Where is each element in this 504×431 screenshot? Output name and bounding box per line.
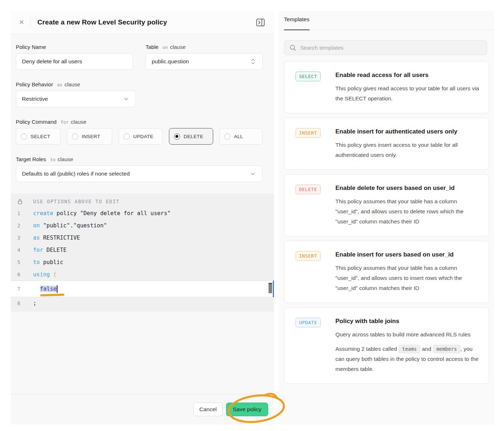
command-badge: INSERT <box>295 128 321 138</box>
sql-editor-line: 5 to public <box>11 256 274 268</box>
sql-editor-line: 8 ; <box>11 297 274 309</box>
badge-column: SELECT <box>295 72 329 104</box>
policy-name-input[interactable] <box>22 54 127 69</box>
table-clause-word: clause <box>170 44 185 50</box>
template-card[interactable]: INSERT Enable insert for users based on … <box>284 241 489 303</box>
command-badge: DELETE <box>295 185 321 194</box>
templates-panel: Templates SELECT Enable read access for … <box>279 11 494 425</box>
page: ✕ Create a new Row Level Security policy… <box>0 0 504 431</box>
line-number: 4 <box>11 247 33 253</box>
radio-icon <box>124 133 130 140</box>
radio-label: ALL <box>234 134 243 139</box>
radio-label: INSERT <box>82 134 100 139</box>
card-title: Enable delete for users based on user_id <box>335 185 479 192</box>
radio-insert[interactable]: INSERT <box>67 128 112 145</box>
save-policy-button[interactable]: Save policy <box>226 403 268 416</box>
sql-editor-line: 1 create policy "Deny delete for all use… <box>11 207 274 219</box>
sql-editor-line: 3 as RESTRICTIVE <box>11 232 274 244</box>
card-title: Enable insert for authenticated users on… <box>335 128 479 135</box>
card-description: This policy gives read access to your ta… <box>335 83 479 104</box>
chevron-down-icon <box>249 170 256 177</box>
card-content: Enable read access for all users This po… <box>335 72 479 104</box>
sql-editor-line: 6 using ( <box>11 268 274 281</box>
chevron-up-down-icon <box>249 58 257 65</box>
template-card[interactable]: SELECT Enable read access for all users … <box>284 61 489 113</box>
radio-icon <box>174 133 180 140</box>
editor-locked-banner: USE OPTIONS ABOVE TO EDIT <box>11 196 274 207</box>
tab-templates[interactable]: Templates <box>284 16 310 30</box>
template-cards-list: SELECT Enable read access for all users … <box>284 61 489 384</box>
rls-policy-dialog: ✕ Create a new Row Level Security policy… <box>11 11 274 425</box>
inline-code-chip: members <box>433 345 461 353</box>
sql-editor-lines: 1 create policy "Deny delete for all use… <box>11 207 274 309</box>
badge-column: DELETE <box>295 185 329 227</box>
radio-label: UPDATE <box>133 134 154 139</box>
target-roles-clause-keyword: to <box>50 157 55 162</box>
target-roles-label: Target Roles <box>16 156 46 162</box>
card-title: Enable insert for users based on user_id <box>335 251 479 258</box>
text-selection: false <box>40 286 57 292</box>
command-badge: UPDATE <box>295 318 321 327</box>
search-templates-input[interactable] <box>300 45 482 51</box>
inline-code-chip: teams <box>399 345 421 353</box>
sql-editor-line: 4 for DELETE <box>11 244 274 256</box>
badge-column: UPDATE <box>295 318 329 374</box>
command-label: Policy Command <box>16 119 56 125</box>
card-description: Assuming 2 tables called teams and membe… <box>335 344 479 374</box>
command-clause-keyword: for <box>60 119 69 125</box>
line-number: 2 <box>11 223 33 228</box>
behavior-select-value: Restrictive <box>22 96 123 102</box>
line-code: false <box>33 285 58 293</box>
line-code: on "public"."question" <box>33 222 107 229</box>
radio-select[interactable]: SELECT <box>16 128 61 145</box>
line-code: using ( <box>33 271 56 278</box>
radio-all[interactable]: ALL <box>219 128 262 145</box>
card-description: This policy gives insert access to your … <box>335 140 479 160</box>
behavior-select[interactable]: Restrictive <box>16 91 136 107</box>
target-roles-select[interactable]: Defaults to all (public) roles if none s… <box>16 165 262 182</box>
line-number: 8 <box>11 300 33 306</box>
template-card[interactable]: DELETE Enable delete for users based on … <box>284 174 489 236</box>
line-number: 5 <box>11 259 33 265</box>
card-content: Policy with table joins Query across tab… <box>335 318 479 374</box>
line-number: 3 <box>11 235 33 241</box>
command-badge: INSERT <box>295 251 321 261</box>
annotation-underline <box>40 294 64 296</box>
chevron-down-icon <box>123 95 130 103</box>
table-select[interactable]: public.question <box>146 53 263 70</box>
radio-update[interactable]: UPDATE <box>119 128 163 145</box>
card-content: Enable delete for users based on user_id… <box>335 185 479 227</box>
card-content: Enable insert for users based on user_id… <box>335 251 479 293</box>
card-description: This policy assumes that your table has … <box>335 263 479 293</box>
target-roles-clause-word: clause <box>58 156 73 162</box>
editor-banner-text: USE OPTIONS ABOVE TO EDIT <box>33 199 120 204</box>
card-content: Enable insert for authenticated users on… <box>335 128 479 160</box>
search-box <box>284 40 487 55</box>
card-title: Enable read access for all users <box>335 72 479 79</box>
radio-delete[interactable]: DELETE <box>169 128 213 145</box>
template-card[interactable]: UPDATE Policy with table joins Query acr… <box>284 307 489 384</box>
card-description: This policy assumes that your table has … <box>335 196 479 227</box>
dialog-title: Create a new Row Level Security policy <box>37 18 167 26</box>
table-label: Table <box>146 44 159 50</box>
card-title: Policy with table joins <box>335 318 479 325</box>
editor-scrollbar-thumb[interactable] <box>269 283 272 293</box>
radio-icon <box>224 133 230 140</box>
header-divider <box>30 16 31 28</box>
badge-column: INSERT <box>295 128 329 160</box>
command-clause-word: clause <box>71 119 86 125</box>
line-code: to public <box>33 259 63 266</box>
text-cursor <box>57 285 58 293</box>
template-card[interactable]: INSERT Enable insert for authenticated u… <box>284 118 489 170</box>
radio-icon <box>21 133 27 140</box>
sql-editor-active-line[interactable]: 7 false <box>11 281 274 297</box>
table-clause-keyword: on <box>162 45 168 50</box>
policy-command-group: SELECT INSERT UPDATE DELETE ALL <box>16 128 262 145</box>
cancel-button[interactable]: Cancel <box>193 403 222 416</box>
radio-label: SELECT <box>31 134 50 139</box>
expand-panel-icon[interactable] <box>255 17 266 28</box>
line-number: 7 <box>11 286 33 292</box>
close-icon[interactable]: ✕ <box>17 17 27 27</box>
search-icon <box>289 44 297 51</box>
dialog-footer: Cancel Save policy <box>11 394 274 425</box>
